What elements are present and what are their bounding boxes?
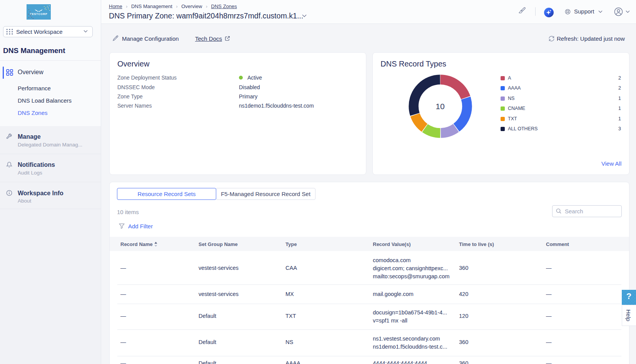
svg-text:TESTCORP: TESTCORP <box>30 12 48 16</box>
